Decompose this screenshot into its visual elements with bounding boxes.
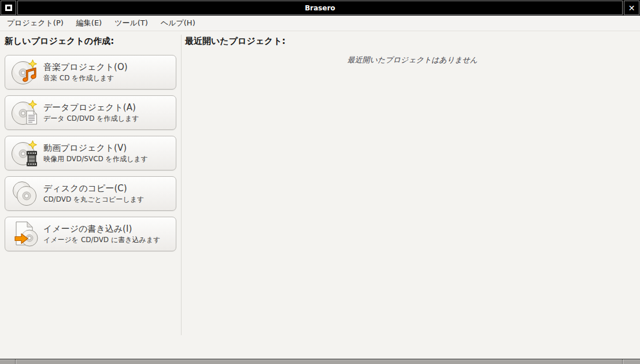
window-title: Brasero: [17, 1, 623, 15]
menu-tools[interactable]: ツール(T): [109, 16, 154, 31]
data-project-subtitle: データ CD/DVD を作成します: [43, 115, 139, 122]
burn-image-icon: [11, 220, 39, 248]
menu-project[interactable]: プロジェクト(P): [1, 16, 69, 31]
data-project-title: データプロジェクト(A): [43, 103, 139, 112]
data-project-icon: [11, 99, 39, 127]
close-icon: ✕: [628, 4, 635, 12]
desktop-panel-window-list[interactable]: [16, 359, 622, 364]
disc-copy-subtitle: CD/DVD を丸ごとコピーします: [43, 196, 144, 203]
menu-help[interactable]: ヘルプ(H): [155, 16, 201, 31]
menu-edit[interactable]: 編集(E): [71, 16, 108, 31]
audio-project-subtitle: 音楽 CD を作成します: [43, 75, 128, 81]
data-project-button[interactable]: データプロジェクト(A) データ CD/DVD を作成します: [5, 95, 176, 130]
desktop-panel-right-button[interactable]: [622, 359, 640, 364]
video-project-button[interactable]: 動画プロジェクト(V) 映像用 DVD/SVCD を作成します: [5, 136, 176, 170]
disc-copy-button[interactable]: ディスクのコピー(C) CD/DVD を丸ごとコピーします: [5, 176, 176, 211]
audio-project-button[interactable]: 音楽プロジェクト(O) 音楽 CD を作成します: [5, 55, 176, 90]
burn-image-subtitle: イメージを CD/DVD に書き込みます: [43, 236, 160, 243]
desktop-panel-left-button[interactable]: [0, 359, 16, 364]
video-project-subtitle: 映像用 DVD/SVCD を作成します: [43, 155, 148, 162]
menubar: プロジェクト(P) 編集(E) ツール(T) ヘルプ(H): [0, 16, 640, 31]
music-project-icon: [11, 58, 39, 86]
recent-projects-empty-message: 最近開いたプロジェクトはありません: [185, 55, 640, 65]
video-project-title: 動画プロジェクト(V): [43, 144, 148, 153]
brasero-window: { "titlebar": { "title": "Brasero", "clo…: [0, 0, 640, 364]
new-project-header: 新しいプロジェクトの作成:: [5, 36, 182, 47]
desktop-panel: [0, 359, 640, 364]
burn-image-button[interactable]: イメージの書き込み(I) イメージを CD/DVD に書き込みます: [5, 217, 176, 251]
recent-projects-panel: 最近開いたプロジェクト: 最近開いたプロジェクトはありません: [182, 31, 640, 359]
audio-project-title: 音楽プロジェクト(O): [43, 63, 128, 72]
panel-divider: [181, 35, 182, 335]
window-menu-icon: [5, 5, 12, 11]
main-content: 新しいプロジェクトの作成: 音楽プロジェクト(O) 音楽 CD を作成します: [0, 31, 640, 359]
new-project-panel: 新しいプロジェクトの作成: 音楽プロジェクト(O) 音楽 CD を作成します: [0, 31, 182, 359]
disc-copy-icon: [11, 180, 39, 207]
close-button[interactable]: ✕: [624, 1, 639, 15]
burn-image-title: イメージの書き込み(I): [43, 225, 160, 233]
window-menu-button[interactable]: [1, 1, 16, 15]
disc-copy-title: ディスクのコピー(C): [43, 184, 144, 193]
recent-projects-header: 最近開いたプロジェクト:: [185, 36, 640, 47]
titlebar: Brasero ✕: [0, 0, 640, 16]
video-project-icon: [11, 139, 39, 167]
